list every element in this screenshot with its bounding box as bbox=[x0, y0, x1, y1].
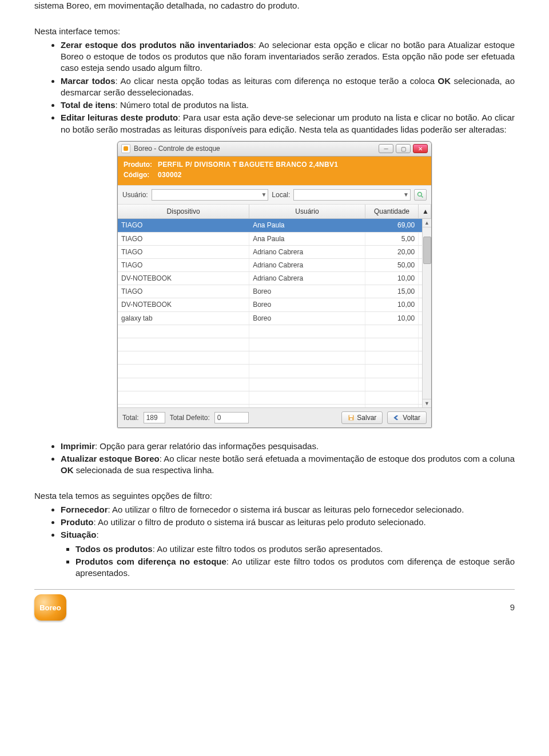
total-field: 189 bbox=[144, 412, 165, 423]
sub-todos: Todos os produtos: Ao utilizar este filt… bbox=[75, 543, 515, 555]
bullet-imprimir: Imprimir: Opção para gerar relatório das… bbox=[61, 441, 515, 452]
table-row-empty bbox=[118, 351, 431, 365]
document-body: sistema Boreo, em movimentação detalhada… bbox=[34, 0, 515, 621]
cell-dispositivo: DV-NOTEBOOK bbox=[118, 272, 249, 285]
product-value: PERFIL P/ DIVISORIA T BAGUETE BRANCO 2,4… bbox=[158, 160, 338, 169]
cell-dispositivo: TIAGO bbox=[118, 219, 249, 231]
bullet-atualizar: Atualizar estoque Boreo: Ao clicar neste… bbox=[61, 453, 515, 477]
user-filter-combo[interactable]: ▼ bbox=[152, 189, 269, 201]
table-row-empty bbox=[118, 405, 431, 407]
cell-quantidade: 50,00 bbox=[365, 259, 419, 271]
bullet-zerar: Zerar estoque dos produtos não inventari… bbox=[61, 39, 515, 74]
bullet-marcar: Marcar todos: Ao clicar nesta opção toda… bbox=[61, 75, 515, 99]
cell-dispositivo: DV-NOTEBOOK bbox=[118, 298, 249, 311]
bullet-situacao: Situação: bbox=[61, 529, 515, 541]
section2-lead: Nesta tela temos as seguintes opções de … bbox=[34, 490, 515, 502]
cell-dispositivo: TIAGO bbox=[118, 246, 249, 258]
grid-body: TIAGOAna Paula69,00TIAGOAna Paula5,00TIA… bbox=[118, 219, 431, 407]
cell-usuario: Boreo bbox=[249, 298, 365, 311]
table-row[interactable]: TIAGOBoreo15,00 bbox=[118, 285, 431, 298]
cell-usuario: Adriano Cabrera bbox=[249, 259, 365, 271]
cell-quantidade: 10,00 bbox=[365, 272, 419, 285]
table-row[interactable]: TIAGOAdriano Cabrera50,00 bbox=[118, 259, 431, 272]
scroll-thumb[interactable] bbox=[423, 237, 431, 264]
minimize-button[interactable]: ─ bbox=[379, 144, 393, 153]
cell-dispositivo: TIAGO bbox=[118, 233, 249, 245]
readings-grid: Dispositivo Usuário Quantidade ▲ TIAGOAn… bbox=[118, 205, 431, 407]
defeito-field: 0 bbox=[214, 412, 249, 423]
code-value: 030002 bbox=[158, 170, 182, 179]
cell-usuario: Ana Paula bbox=[249, 233, 365, 245]
cell-dispositivo: galaxy tab bbox=[118, 312, 249, 325]
col-quantidade[interactable]: Quantidade bbox=[365, 205, 419, 218]
page-number: 9 bbox=[510, 602, 515, 613]
close-button[interactable]: ✕ bbox=[413, 144, 428, 153]
cell-usuario: Boreo bbox=[249, 285, 365, 298]
bullet-produto: Produto: Ao utilizar o filtro de produto… bbox=[61, 517, 515, 528]
cell-quantidade: 69,00 bbox=[365, 219, 419, 231]
cell-quantidade: 10,00 bbox=[365, 298, 419, 311]
save-button[interactable]: Salvar bbox=[341, 411, 383, 424]
page-footer: Boreo 9 bbox=[34, 594, 515, 621]
total-label: Total: bbox=[122, 413, 139, 422]
window-titlebar: Boreo - Controle de estoque ─ ▢ ✕ bbox=[118, 142, 431, 157]
section1-lead: Nesta interface temos: bbox=[34, 26, 515, 37]
intro-line: sistema Boreo, em movimentação detalhada… bbox=[34, 0, 515, 11]
cell-usuario: Boreo bbox=[249, 312, 365, 325]
cell-usuario: Ana Paula bbox=[249, 219, 365, 231]
local-filter-combo[interactable]: ▼ bbox=[293, 189, 411, 201]
table-row[interactable]: galaxy tabBoreo10,00 bbox=[118, 312, 431, 325]
table-row[interactable]: DV-NOTEBOOKBoreo10,00 bbox=[118, 298, 431, 311]
code-label: Código: bbox=[124, 170, 158, 179]
vertical-scrollbar[interactable]: ▲ ▼ bbox=[422, 219, 431, 407]
svg-point-0 bbox=[418, 193, 422, 197]
app-icon bbox=[121, 144, 130, 153]
svg-line-1 bbox=[421, 196, 423, 198]
back-icon bbox=[393, 414, 400, 421]
bullet-fornecedor: Fornecedor: Ao utilizar o filtro de forn… bbox=[61, 504, 515, 515]
product-header: Produto: PERFIL P/ DIVISORIA T BAGUETE B… bbox=[118, 157, 431, 185]
defeito-label: Total Defeito: bbox=[170, 413, 210, 422]
cell-dispositivo: TIAGO bbox=[118, 259, 249, 271]
window-title: Boreo - Controle de estoque bbox=[134, 144, 379, 153]
bullet-editar: Editar leituras deste produto: Para usar… bbox=[61, 112, 515, 135]
scroll-up-arrow[interactable]: ▲ bbox=[423, 219, 431, 227]
footer-rule bbox=[34, 589, 515, 590]
table-row-empty bbox=[118, 378, 431, 391]
chevron-down-icon: ▼ bbox=[261, 191, 266, 199]
cell-quantidade: 15,00 bbox=[365, 285, 419, 298]
save-icon bbox=[348, 414, 355, 421]
window-footer: Total: 189 Total Defeito: 0 Salvar Volta… bbox=[118, 407, 431, 427]
search-button[interactable] bbox=[414, 189, 427, 201]
search-icon bbox=[417, 191, 424, 198]
svg-rect-4 bbox=[350, 418, 353, 420]
filter-bar: Usuário: ▼ Local: ▼ bbox=[118, 185, 431, 205]
col-usuario[interactable]: Usuário bbox=[249, 205, 365, 218]
app-window: Boreo - Controle de estoque ─ ▢ ✕ Produt… bbox=[117, 141, 432, 429]
sub-diferenca: Produtos com diferença no estoque: Ao ut… bbox=[75, 556, 515, 579]
table-row-empty bbox=[118, 365, 431, 378]
cell-quantidade: 10,00 bbox=[365, 312, 419, 325]
scroll-down-arrow[interactable]: ▼ bbox=[423, 399, 431, 407]
cell-dispositivo: TIAGO bbox=[118, 285, 249, 298]
svg-rect-3 bbox=[349, 415, 353, 418]
table-row-empty bbox=[118, 325, 431, 338]
table-row[interactable]: TIAGOAdriano Cabrera20,00 bbox=[118, 246, 431, 259]
product-label: Produto: bbox=[124, 160, 158, 169]
col-dispositivo[interactable]: Dispositivo bbox=[118, 205, 249, 218]
table-row-empty bbox=[118, 338, 431, 351]
boreo-logo: Boreo bbox=[34, 594, 66, 621]
table-row[interactable]: TIAGOAna Paula69,00 bbox=[118, 219, 431, 232]
table-row[interactable]: TIAGOAna Paula5,00 bbox=[118, 233, 431, 246]
cell-usuario: Adriano Cabrera bbox=[249, 272, 365, 285]
cell-quantidade: 20,00 bbox=[365, 246, 419, 258]
bullet-total: Total de itens: Número total de produtos… bbox=[61, 99, 515, 111]
grid-header: Dispositivo Usuário Quantidade ▲ bbox=[118, 205, 431, 219]
user-filter-label: Usuário: bbox=[122, 190, 148, 199]
cell-quantidade: 5,00 bbox=[365, 233, 419, 245]
chevron-down-icon: ▼ bbox=[403, 191, 409, 199]
maximize-button[interactable]: ▢ bbox=[396, 144, 411, 153]
table-row[interactable]: DV-NOTEBOOKAdriano Cabrera10,00 bbox=[118, 272, 431, 285]
sort-indicator[interactable]: ▲ bbox=[419, 205, 431, 218]
back-button[interactable]: Voltar bbox=[387, 411, 427, 424]
